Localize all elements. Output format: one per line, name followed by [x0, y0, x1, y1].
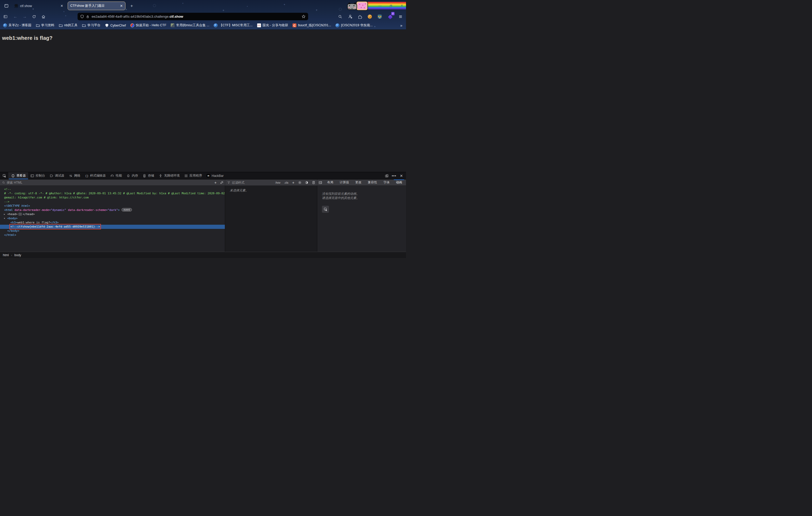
element-picker-button[interactable]	[0, 172, 9, 179]
close-button[interactable]: ×	[400, 4, 404, 8]
devtools-tab-style-editor[interactable]: {}样式编辑器	[83, 172, 108, 179]
extension-hacker-button[interactable]	[376, 13, 384, 20]
right-sidebar-tab[interactable]: 字体	[380, 179, 393, 185]
markup-line[interactable]: ▼<body>	[0, 216, 225, 220]
shield-icon[interactable]	[80, 14, 84, 19]
devtools-close-button[interactable]: ✕	[398, 173, 404, 179]
eyedropper-button[interactable]	[219, 180, 225, 185]
rules-panel: 未选择元素。	[225, 186, 317, 252]
markup-line[interactable]: <!--	[0, 187, 225, 191]
devtools-tab-inspector[interactable]: 查看器	[9, 172, 28, 179]
bookmark-item[interactable]: 学习平台	[82, 23, 100, 28]
markup-line[interactable]: # -*- coding: utf-8 -*- # @Author: h1xa …	[0, 191, 225, 195]
expand-arrow-icon[interactable]: ▶	[4, 212, 5, 216]
add-rule-button[interactable]: +	[291, 180, 296, 185]
lock-icon[interactable]	[86, 15, 89, 19]
devtools-tab-network[interactable]: 网络	[67, 172, 83, 179]
animations-picker-button[interactable]	[322, 206, 329, 213]
account-button[interactable]	[346, 13, 354, 20]
extension-wappalyzer-button[interactable]: 2	[386, 13, 394, 20]
sidebar-toggle-button[interactable]	[2, 13, 9, 20]
markup-line[interactable]: <html data-darkreader-mode="dynamic" dat…	[0, 208, 225, 212]
devtools-menu-button[interactable]: •••	[391, 173, 397, 179]
bookmark-item[interactable]: 呆羊Zz - 博客园	[3, 23, 31, 28]
markup-line[interactable]: </html>	[0, 233, 225, 237]
devtools-tab-storage[interactable]: 存储	[140, 172, 156, 179]
firefox-view-button[interactable]	[3, 2, 10, 10]
right-sidebar-tab[interactable]: 更改	[352, 179, 365, 185]
devtools-tab-application[interactable]: 应用程序	[182, 172, 204, 179]
reload-button[interactable]	[30, 13, 38, 20]
bookmark-item[interactable]: Cbuuctf_练[CISCN201...	[292, 23, 331, 28]
minimize-button[interactable]: —	[378, 4, 382, 8]
markup-view: <!--# -*- coding: utf-8 -*- # @Author: h…	[0, 186, 225, 252]
markup-toolbar: +	[0, 179, 225, 185]
right-sidebar-tab[interactable]: 计算值	[337, 179, 352, 185]
extensions-button[interactable]	[356, 13, 364, 20]
devtools-tab-label: HackBar	[211, 174, 224, 178]
bookmark-star-icon[interactable]	[302, 14, 306, 19]
menu-button[interactable]	[397, 13, 404, 20]
right-sidebar-tab[interactable]: 兼容性	[365, 179, 380, 185]
bookmark-item[interactable]: 【CTF】MISC常用工...	[214, 23, 253, 28]
markup-line[interactable]: </body>	[0, 229, 225, 233]
markup-line[interactable]: @email: h1xa@ctfer.com # @link: https://…	[0, 195, 225, 200]
pseudo-class-toggle[interactable]: :hov	[274, 181, 282, 184]
memory-icon	[126, 174, 130, 178]
devtools-tab-console[interactable]: 控制台	[28, 172, 47, 179]
bookmark-item[interactable]: 国光 - 分享与收获	[257, 23, 288, 28]
tab-close-icon[interactable]: ✕	[120, 4, 123, 8]
bookmark-item[interactable]: 学习资料	[36, 23, 54, 28]
extension-cookie-button[interactable]	[366, 13, 374, 20]
image-favicon	[171, 23, 175, 27]
markup-line[interactable]: ▶<head>⋯</head>	[0, 212, 225, 216]
animations-empty-line2: 请选择页面中的其他元素。	[322, 196, 406, 200]
page-title: web1:where is flag?	[2, 35, 406, 41]
search-button[interactable]	[336, 13, 344, 20]
markup-search-input[interactable]	[7, 181, 212, 184]
filter-styles-input[interactable]	[232, 181, 272, 184]
new-node-button[interactable]: +	[212, 180, 219, 185]
class-toggle[interactable]: .cls	[283, 181, 290, 184]
home-button[interactable]	[39, 13, 47, 20]
maximize-button[interactable]	[389, 4, 393, 8]
markup-line[interactable]: -->	[0, 200, 225, 204]
sidebar-toggle-button[interactable]	[317, 180, 323, 185]
firefox-view-icon	[4, 4, 8, 8]
markup-line[interactable]: <!DOCTYPE html>	[0, 204, 225, 208]
bookmark-item[interactable]: 快速开始 - Hello CTF	[130, 23, 166, 28]
collapse-arrow-icon[interactable]: ▼	[4, 216, 5, 220]
breadcrumb-item-html[interactable]: html	[3, 253, 9, 257]
right-sidebar-tab[interactable]: 布局	[324, 179, 337, 185]
markup-line-selected[interactable]: <!--ctfshow{ebe11dfd-2aac-4efd-ad55-d093…	[0, 225, 225, 229]
tab-title: ctf.show	[20, 4, 59, 8]
devtools-tab-memory[interactable]: 内存	[124, 172, 140, 179]
browser-chrome: + + + + + + + + + + + + + + 秀 ctf.show ✕…	[0, 0, 406, 29]
dark-scheme-button[interactable]	[304, 180, 309, 185]
responsive-mode-button[interactable]	[384, 173, 390, 179]
markup-line[interactable]: <h3>web1:where is flag?</h3>	[0, 220, 225, 225]
bookmark-item[interactable]: [CISCN2019 华东南...	[336, 23, 373, 28]
tab-close-icon[interactable]: ✕	[60, 4, 63, 8]
breadcrumb-item-body[interactable]: body	[14, 253, 21, 257]
devtools-tab-performance[interactable]: 性能	[108, 172, 124, 179]
browser-tab-ctfshow[interactable]: 秀 ctf.show ✕	[12, 2, 65, 10]
light-scheme-button[interactable]	[297, 180, 302, 185]
chef-hat-icon	[105, 23, 109, 27]
devtools-tab-accessibility[interactable]: 无障碍环境	[156, 172, 182, 179]
cnblogs-favicon	[336, 23, 339, 27]
browser-tab-active[interactable]: CTFshow 新手入门题目 ✕	[68, 2, 125, 10]
right-sidebar-tab[interactable]: 动画	[393, 179, 405, 185]
bookmarks-overflow-button[interactable]: »	[400, 23, 403, 28]
forward-button[interactable]: →	[21, 13, 29, 20]
back-button[interactable]: ←	[11, 13, 19, 20]
address-bar[interactable]: ee2ada84-456f-4a4f-af0c-a419b040abc3.cha…	[78, 13, 308, 20]
bookmark-item[interactable]: nb的工具	[59, 23, 78, 28]
bookmark-label: 【CTF】MISC常用工...	[219, 23, 253, 28]
bookmark-item[interactable]: CyberChef	[105, 23, 126, 27]
print-media-button[interactable]	[311, 180, 317, 185]
devtools-tab-hackbar[interactable]: HHackBar	[204, 172, 226, 179]
new-tab-button[interactable]: +	[128, 3, 135, 8]
devtools-tab-debugger[interactable]: 调试器	[47, 172, 67, 179]
bookmark-item[interactable]: 常用的misc工具合集 ...	[171, 23, 209, 28]
